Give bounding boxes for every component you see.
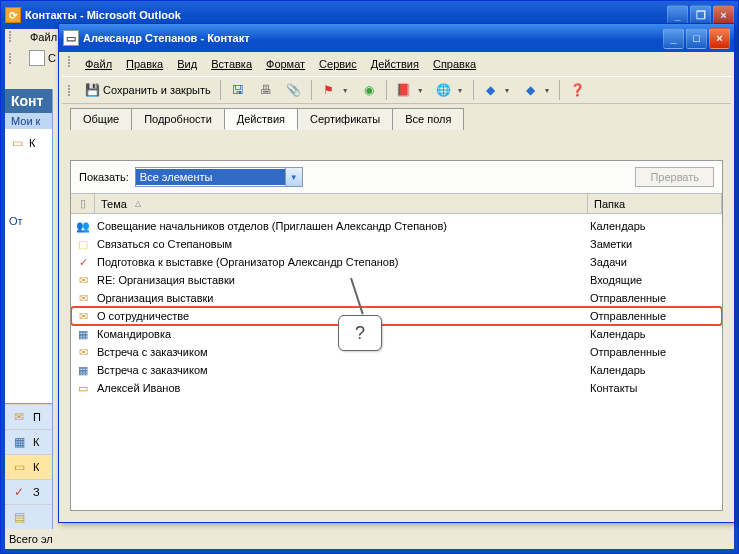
tab-general[interactable]: Общие	[70, 108, 132, 130]
list-item[interactable]: 👥Совещание начальников отделов (Приглаше…	[71, 217, 722, 235]
header-subject-col[interactable]: Тема △	[95, 194, 588, 213]
header-icon-col[interactable]: ▯	[71, 194, 95, 213]
item-folder: Заметки	[588, 238, 722, 250]
item-subject: Совещание начальников отделов (Приглашен…	[95, 220, 588, 232]
chevron-down-icon: ▼	[290, 173, 298, 182]
print-button[interactable]: 🖶	[253, 79, 279, 101]
dropdown-icon: ▼	[417, 87, 424, 94]
list-item[interactable]: ✉RE: Организация выставкиВходящие	[71, 271, 722, 289]
flag-button[interactable]: ⚑▼	[316, 79, 354, 101]
combo-dropdown-button[interactable]: ▼	[285, 168, 302, 186]
tab-details[interactable]: Подробности	[131, 108, 225, 130]
question-mark: ?	[355, 323, 365, 344]
item-subject: Алексей Иванов	[95, 382, 588, 394]
nav-subheader: Мои к	[5, 113, 52, 129]
list-item[interactable]: ✉Организация выставкиОтправленные	[71, 289, 722, 307]
map-button[interactable]: 🌐▼	[431, 79, 469, 101]
item-subject: Встреча с заказчиком	[95, 364, 588, 376]
meeting-icon: 👥	[75, 219, 91, 233]
nav-calendar-button[interactable]: ▦К	[5, 429, 52, 454]
header-folder-col[interactable]: Папка	[588, 194, 722, 213]
mail-out-icon: ✉	[75, 309, 91, 323]
stop-button: Прервать	[635, 167, 714, 187]
sort-asc-icon: △	[135, 199, 141, 208]
tasks-icon: ✓	[11, 484, 27, 500]
flag-icon: ⚑	[321, 82, 337, 98]
status-text: Всего эл	[9, 533, 53, 545]
mail-in-icon: ✉	[75, 273, 91, 287]
attach-button[interactable]: 📎	[281, 79, 307, 101]
save-button[interactable]: 🖫	[225, 79, 251, 101]
actions-panel: Показать: Все элементы ▼ Прервать ▯ Тема…	[70, 160, 723, 511]
menu-help[interactable]: Справка	[427, 56, 482, 72]
tab-certificates[interactable]: Сертификаты	[297, 108, 393, 130]
item-folder: Отправленные	[588, 292, 722, 304]
print-icon: 🖶	[258, 82, 274, 98]
save-and-close-button[interactable]: 💾 Сохранить и закрыть	[79, 79, 216, 101]
addressbook-icon: 📕	[396, 82, 412, 98]
contact-titlebar[interactable]: ▭ Александр Степанов - Контакт _ □ ×	[59, 24, 734, 52]
category-button[interactable]: ◉	[356, 79, 382, 101]
item-subject: RE: Организация выставки	[95, 274, 588, 286]
menu-format[interactable]: Формат	[260, 56, 311, 72]
show-label: Показать:	[79, 171, 129, 183]
contact-menubar: Файл Правка Вид Вставка Формат Сервис Де…	[62, 52, 731, 76]
paperclip-icon: 📎	[286, 82, 302, 98]
contact-minimize-button[interactable]: _	[663, 28, 684, 49]
help-button[interactable]: ❓	[564, 79, 590, 101]
tab-strip: Общие Подробности Действия Сертификаты В…	[62, 104, 731, 130]
item-folder: Календарь	[588, 220, 722, 232]
list-item[interactable]: ✓Подготовка к выставке (Организатор Алек…	[71, 253, 722, 271]
list-item[interactable]: ▦Встреча с заказчикомКалендарь	[71, 361, 722, 379]
menu-edit[interactable]: Правка	[120, 56, 169, 72]
tab-actions[interactable]: Действия	[224, 108, 298, 130]
menu-view[interactable]: Вид	[171, 56, 203, 72]
nav-mail-button[interactable]: ✉П	[5, 404, 52, 429]
contacts-icon: ▭	[11, 459, 27, 475]
addressbook-button[interactable]: 📕▼	[391, 79, 429, 101]
calendar-icon: ▦	[75, 327, 91, 341]
list-header: ▯ Тема △ Папка	[71, 193, 722, 214]
main-toolbar-new[interactable]: С	[24, 47, 61, 69]
item-folder: Календарь	[588, 364, 722, 376]
list-item[interactable]: ▢Связаться со СтепановымЗаметки	[71, 235, 722, 253]
arrow-down-icon: ◆	[522, 82, 538, 98]
show-combo[interactable]: Все элементы ▼	[135, 167, 303, 187]
disk-icon: 🖫	[230, 82, 246, 98]
list-item[interactable]: ▦КомандировкаКалендарь	[71, 325, 722, 343]
menu-file[interactable]: Файл	[79, 56, 118, 72]
nav-more-button[interactable]: ▤	[5, 504, 52, 529]
navigation-pane: Конт Мои к ▭ К От ✉П ▦К ▭К ✓З ▤	[5, 89, 53, 529]
nav-buttons: ✉П ▦К ▭К ✓З ▤	[5, 403, 52, 529]
contact-icon: ▭	[63, 30, 79, 46]
nav-contacts-button[interactable]: ▭К	[5, 454, 52, 479]
globe-icon: 🌐	[436, 82, 452, 98]
next-item-button[interactable]: ◆▼	[517, 79, 555, 101]
list-item[interactable]: ✉Встреча с заказчикомОтправленные	[71, 343, 722, 361]
nav-contacts-item[interactable]: ▭ К	[9, 133, 48, 153]
tab-all-fields[interactable]: Все поля	[392, 108, 464, 130]
menu-service[interactable]: Сервис	[313, 56, 363, 72]
item-subject: Связаться со Степановым	[95, 238, 588, 250]
list-item[interactable]: ✉О сотрудничествеОтправленные	[71, 307, 722, 325]
contact-maximize-button[interactable]: □	[686, 28, 707, 49]
arrow-up-icon: ◆	[483, 82, 499, 98]
main-title: Контакты - Microsoft Outlook	[25, 9, 181, 21]
item-folder: Отправленные	[588, 310, 722, 322]
main-menu-file[interactable]: Файл	[30, 31, 57, 43]
help-callout: ?	[338, 315, 382, 351]
menu-actions[interactable]: Действия	[365, 56, 425, 72]
mail-icon: ✉	[11, 409, 27, 425]
prev-item-button[interactable]: ◆▼	[478, 79, 516, 101]
dropdown-icon: ▼	[543, 87, 550, 94]
item-folder: Отправленные	[588, 346, 722, 358]
filter-row: Показать: Все элементы ▼ Прервать	[71, 161, 722, 193]
mail-out-icon: ✉	[75, 345, 91, 359]
circle-icon: ◉	[361, 82, 377, 98]
current-view-label: От	[9, 213, 48, 229]
list-item[interactable]: ▭Алексей ИвановКонтакты	[71, 379, 722, 397]
menu-insert[interactable]: Вставка	[205, 56, 258, 72]
contact-icon: ▭	[75, 381, 91, 395]
nav-tasks-button[interactable]: ✓З	[5, 479, 52, 504]
contact-close-button[interactable]: ×	[709, 28, 730, 49]
